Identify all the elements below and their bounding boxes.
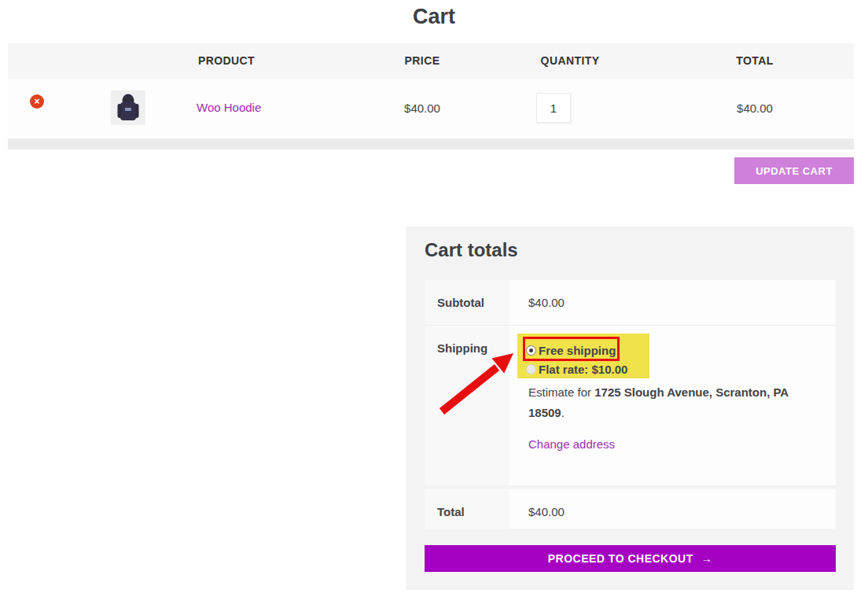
shipping-label: Shipping <box>425 325 509 485</box>
product-name-link[interactable]: Woo Hoodie <box>197 101 261 114</box>
subtotal-label: Subtotal <box>425 280 509 325</box>
column-header-total: TOTAL <box>736 54 773 67</box>
page-title: Cart <box>0 5 868 29</box>
total-row: Total $40.00 <box>425 485 836 529</box>
cart-totals-panel: Cart totals Subtotal $40.00 Shipping Fre… <box>406 227 854 590</box>
shipping-option-free[interactable]: Free shipping <box>526 344 616 356</box>
change-address-link[interactable]: Change address <box>528 437 615 451</box>
subtotal-row: Subtotal $40.00 <box>425 280 836 325</box>
shipping-estimate-text: Estimate for 1725 Slough Avenue, Scranto… <box>528 382 800 423</box>
total-label: Total <box>425 485 509 529</box>
column-header-price: PRICE <box>405 54 440 67</box>
cart-page: Cart PRODUCT PRICE QUANTITY TOTAL × Woo … <box>0 0 868 601</box>
item-price: $40.00 <box>404 101 440 115</box>
quantity-input[interactable] <box>536 93 571 123</box>
item-total: $40.00 <box>737 101 773 115</box>
update-cart-button[interactable]: UPDATE CART <box>734 157 854 184</box>
total-value: $40.00 <box>509 485 836 529</box>
product-thumbnail[interactable] <box>111 90 145 125</box>
column-header-product: PRODUCT <box>198 54 255 67</box>
table-row: × Woo Hoodie $40.00 $40.00 <box>8 79 854 137</box>
radio-selected-icon[interactable] <box>526 345 536 356</box>
shipping-row: Shipping Free shipping Flat rate: $10.00… <box>425 325 836 485</box>
subtotal-value: $40.00 <box>509 280 836 325</box>
cart-totals-heading: Cart totals <box>425 239 518 261</box>
table-footer-strip <box>8 138 854 149</box>
proceed-to-checkout-button[interactable]: PROCEED TO CHECKOUT→ <box>425 545 836 572</box>
right-arrow-icon: → <box>701 552 713 565</box>
shipping-option-flat-rate[interactable]: Flat rate: $10.00 <box>526 363 627 375</box>
shipping-methods-cell: Free shipping Flat rate: $10.00 Estimate… <box>509 325 836 485</box>
cart-totals-table: Subtotal $40.00 Shipping Free shipping F… <box>425 280 836 529</box>
hoodie-image <box>111 90 145 125</box>
cart-table-header: PRODUCT PRICE QUANTITY TOTAL <box>8 43 854 79</box>
column-header-quantity: QUANTITY <box>541 54 600 67</box>
remove-item-icon[interactable]: × <box>30 94 44 109</box>
radio-unselected-icon[interactable] <box>526 364 536 374</box>
